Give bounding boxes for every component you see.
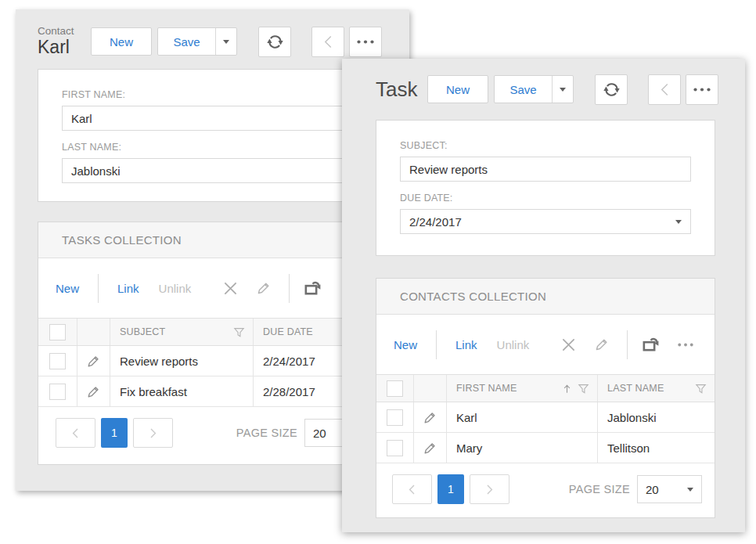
toolbar-separator (627, 330, 628, 359)
prev-page-button[interactable] (392, 474, 432, 504)
select-all-checkbox[interactable] (49, 324, 66, 340)
table-row[interactable]: Mary Tellitson (376, 433, 715, 463)
first-name-column-header[interactable]: FIRST NAME (447, 375, 598, 402)
first-name-field[interactable]: Karl (62, 106, 363, 131)
last-name-cell: Jablonski (607, 411, 657, 424)
select-all-cell (38, 319, 77, 345)
grid-unlink-button[interactable]: Unlink (159, 282, 192, 295)
due-date-label: DUE DATE: (400, 193, 691, 204)
grid-new-button[interactable]: New (394, 338, 417, 351)
refresh-icon (603, 81, 620, 98)
page-size-label: PAGE SIZE (236, 427, 297, 439)
save-split-button: Save (494, 75, 574, 103)
refresh-button[interactable] (258, 27, 291, 57)
edit-row-icon[interactable] (423, 410, 437, 425)
due-date-cell: 2/24/2017 (263, 355, 315, 368)
page-number-button[interactable]: 1 (101, 418, 128, 448)
close-icon (560, 337, 577, 353)
sort-ascending-icon[interactable] (563, 384, 571, 394)
grid-edit-button[interactable] (594, 337, 610, 352)
back-button[interactable] (311, 27, 344, 57)
select-all-checkbox[interactable] (387, 380, 403, 397)
contact-window-header: Contact Karl New Save (38, 20, 382, 63)
grid-delete-button[interactable] (222, 280, 239, 297)
save-button[interactable]: Save (495, 76, 552, 103)
pencil-icon (594, 337, 610, 352)
chevron-down-icon (687, 488, 693, 492)
save-dropdown-button[interactable] (552, 76, 573, 103)
last-name-field[interactable]: Jablonski (62, 158, 363, 183)
next-page-button[interactable] (470, 474, 509, 504)
refresh-icon (267, 34, 283, 50)
back-button[interactable] (648, 74, 681, 105)
toolbar-separator (98, 274, 99, 303)
contacts-grid: FIRST NAME LAST NAME (376, 374, 715, 463)
more-options-button[interactable] (349, 27, 382, 57)
row-checkbox[interactable] (49, 384, 66, 400)
grid-export-button[interactable] (642, 336, 661, 353)
due-date-group: DUE DATE: 2/24/2017 (400, 193, 691, 234)
page-size-select[interactable]: 20 (637, 475, 702, 503)
refresh-button[interactable] (595, 74, 628, 105)
new-button[interactable]: New (427, 75, 488, 103)
entity-label: Contact (38, 25, 91, 38)
tasks-collection-panel: TASKS COLLECTION New Link Unlink (38, 222, 387, 465)
more-options-button[interactable] (686, 74, 718, 105)
page-title: Task (376, 77, 427, 102)
contacts-collection-title: CONTACTS COLLECTION (376, 279, 715, 315)
subject-group: SUBJECT: Review reports (400, 140, 691, 182)
contacts-grid-header-row: FIRST NAME LAST NAME (376, 375, 715, 402)
chevron-down-icon (223, 40, 229, 44)
table-row[interactable]: Karl Jablonski (376, 402, 715, 433)
page-size-label: PAGE SIZE (569, 483, 630, 495)
prev-page-button[interactable] (56, 418, 95, 448)
filter-icon[interactable] (233, 326, 245, 338)
record-title: Karl (38, 38, 91, 57)
table-row[interactable]: Fix breakfast 2/28/2017 (38, 376, 387, 407)
table-row[interactable]: Review reports 2/24/2017 (38, 346, 387, 376)
page-number-button[interactable]: 1 (437, 474, 464, 504)
filter-icon[interactable] (695, 383, 707, 394)
grid-new-button[interactable]: New (56, 282, 79, 295)
subject-cell: Fix breakfast (120, 385, 187, 398)
grid-export-button[interactable] (304, 279, 322, 297)
due-date-cell: 2/28/2017 (263, 385, 315, 398)
save-dropdown-button[interactable] (215, 28, 236, 55)
toolbar-separator (436, 330, 437, 359)
filter-icon[interactable] (578, 383, 589, 394)
chevron-right-icon (484, 484, 495, 495)
edit-row-icon[interactable] (423, 441, 437, 456)
grid-unlink-button[interactable]: Unlink (497, 338, 530, 351)
last-name-column-header[interactable]: LAST NAME (598, 375, 715, 402)
ellipsis-icon (678, 343, 693, 347)
chevron-left-icon (407, 484, 417, 495)
ellipsis-icon (357, 40, 374, 44)
save-button[interactable]: Save (158, 28, 215, 55)
contact-form-panel: FIRST NAME: Karl LAST NAME: Jablonski (38, 69, 387, 202)
chevron-left-icon (658, 82, 671, 97)
subject-field[interactable]: Review reports (400, 157, 691, 182)
pencil-icon (256, 280, 272, 296)
edit-row-icon[interactable] (86, 354, 101, 369)
next-page-button[interactable] (133, 418, 173, 448)
export-icon (642, 336, 661, 353)
grid-delete-button[interactable] (560, 337, 577, 353)
row-checkbox[interactable] (387, 409, 403, 426)
row-checkbox[interactable] (387, 440, 403, 456)
grid-link-button[interactable]: Link (117, 282, 139, 295)
grid-link-button[interactable]: Link (455, 338, 477, 351)
subject-column-header[interactable]: SUBJECT (110, 319, 254, 345)
new-button[interactable]: New (91, 27, 152, 56)
tasks-grid-header-row: SUBJECT DUE DATE (38, 319, 387, 346)
toolbar-separator (289, 274, 290, 303)
edit-row-icon[interactable] (86, 384, 101, 399)
row-checkbox[interactable] (49, 353, 66, 369)
tasks-grid: SUBJECT DUE DATE (38, 318, 387, 407)
grid-more-button[interactable] (678, 343, 693, 347)
chevron-down-icon[interactable] (675, 220, 682, 224)
first-name-cell: Karl (456, 411, 477, 424)
grid-edit-button[interactable] (256, 280, 272, 296)
due-date-field[interactable]: 2/24/2017 (400, 209, 691, 234)
last-name-group: LAST NAME: Jablonski (62, 142, 363, 183)
first-name-group: FIRST NAME: Karl (62, 89, 363, 131)
